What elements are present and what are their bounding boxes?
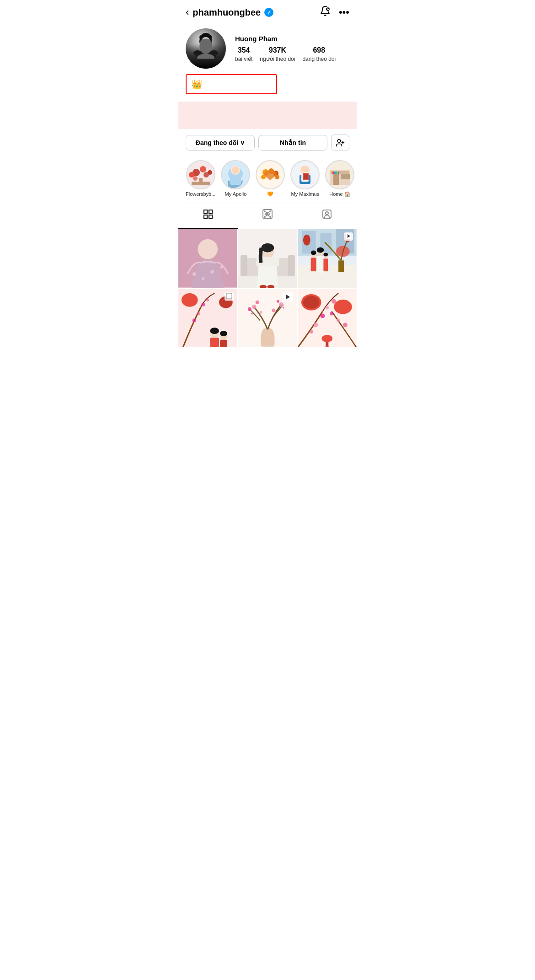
header-right: ••• xyxy=(320,5,349,19)
highlight-circle-home xyxy=(325,160,354,189)
svg-point-137 xyxy=(330,312,334,315)
svg-rect-21 xyxy=(199,178,203,183)
svg-point-125 xyxy=(272,308,275,312)
posts-count: 354 xyxy=(235,46,252,54)
grid-cell-1[interactable] xyxy=(178,229,237,288)
svg-point-120 xyxy=(247,307,251,311)
bio-highlight-box: 👑 xyxy=(186,74,277,94)
svg-point-107 xyxy=(206,298,209,301)
svg-point-106 xyxy=(193,318,196,322)
bio-section: 👑 xyxy=(178,74,357,102)
svg-rect-111 xyxy=(220,340,227,348)
svg-rect-44 xyxy=(341,174,350,179)
video-indicator-3 xyxy=(344,232,353,241)
add-friend-button[interactable] xyxy=(331,135,349,151)
tab-grid[interactable] xyxy=(178,203,238,229)
svg-point-97 xyxy=(317,248,324,253)
header-left: ‹ phamhuongbee ✓ xyxy=(186,6,273,18)
highlight-home[interactable]: Home 🏠 xyxy=(325,160,354,197)
highlight-circle-flowers xyxy=(186,160,215,189)
svg-point-104 xyxy=(201,302,205,306)
verified-badge: ✓ xyxy=(264,8,273,17)
svg-rect-49 xyxy=(338,172,339,174)
svg-rect-40 xyxy=(304,174,308,179)
display-name: Huong Pham xyxy=(235,35,349,43)
action-buttons: Đang theo dõi ∨ Nhắn tin xyxy=(178,129,357,156)
video-indicator-4-square xyxy=(225,292,234,301)
svg-point-12 xyxy=(337,140,341,143)
highlight-circle-apollo xyxy=(221,160,250,189)
svg-point-139 xyxy=(343,323,348,327)
svg-point-10 xyxy=(201,37,210,47)
svg-point-133 xyxy=(310,330,313,334)
svg-point-134 xyxy=(321,313,325,318)
following-count: 698 xyxy=(302,46,336,54)
stats-row: 354 bài viết 937K người theo dõi 698 đan… xyxy=(235,46,349,63)
grid-cell-3[interactable] xyxy=(298,229,357,288)
svg-rect-90 xyxy=(338,260,344,272)
followers-label: người theo dõi xyxy=(260,56,295,62)
highlight-heart[interactable]: 🧡 xyxy=(256,160,285,197)
tabs-bar xyxy=(178,203,357,229)
svg-point-65 xyxy=(193,272,196,276)
svg-point-64 xyxy=(198,239,218,259)
grid-cell-4[interactable] xyxy=(178,289,237,348)
grid-cell-6[interactable] xyxy=(298,289,357,348)
svg-point-113 xyxy=(220,331,227,336)
svg-point-105 xyxy=(198,312,200,315)
svg-point-136 xyxy=(332,299,337,303)
highlight-label-flowers: Flowersbyb... xyxy=(186,191,215,197)
svg-point-99 xyxy=(324,253,328,256)
video-indicator-5 xyxy=(282,292,293,302)
posts-stat[interactable]: 354 bài viết xyxy=(235,46,252,63)
svg-rect-100 xyxy=(226,293,232,299)
svg-rect-50 xyxy=(204,210,207,213)
svg-point-123 xyxy=(277,300,279,302)
profile-stats: Huong Pham 354 bài viết 937K người theo … xyxy=(235,35,349,63)
back-button[interactable]: ‹ xyxy=(186,6,189,18)
crown-emoji-icon: 👑 xyxy=(191,79,203,90)
svg-point-22 xyxy=(189,172,194,178)
svg-point-131 xyxy=(334,299,353,314)
highlight-apollo[interactable]: My Apollo xyxy=(221,160,250,197)
svg-rect-72 xyxy=(288,255,295,277)
svg-point-23 xyxy=(208,170,212,175)
svg-rect-92 xyxy=(317,256,324,274)
highlight-circle-maximus xyxy=(290,160,320,189)
highlight-label-apollo: My Apollo xyxy=(225,191,247,197)
following-label: đang theo dõi xyxy=(302,56,336,62)
reels-icon xyxy=(262,209,273,222)
svg-point-112 xyxy=(210,328,219,334)
message-button[interactable]: Nhắn tin xyxy=(258,135,327,151)
username-label: phamhuongbee xyxy=(193,7,261,18)
svg-marker-60 xyxy=(267,213,268,215)
following-label: Đang theo dõi xyxy=(196,139,238,146)
following-stat[interactable]: 698 đang theo dõi xyxy=(302,46,336,63)
tab-tagged[interactable] xyxy=(297,203,357,229)
svg-point-130 xyxy=(303,296,320,309)
grid-cell-2[interactable] xyxy=(238,229,297,288)
svg-rect-109 xyxy=(210,338,219,348)
highlight-maximus[interactable]: My Maximus xyxy=(290,160,320,197)
svg-rect-48 xyxy=(336,172,337,174)
tab-reels[interactable] xyxy=(238,203,297,229)
highlights-section: Flowersbyb... My Apollo xyxy=(178,156,357,203)
more-options-icon[interactable]: ••• xyxy=(339,6,349,18)
svg-point-140 xyxy=(322,335,333,342)
notification-bell-icon[interactable] xyxy=(320,5,331,19)
svg-point-68 xyxy=(210,270,214,274)
svg-point-9 xyxy=(201,33,210,38)
highlight-label-maximus: My Maximus xyxy=(291,191,320,197)
highlight-label-heart: 🧡 xyxy=(267,191,273,197)
svg-point-57 xyxy=(270,211,271,212)
svg-point-118 xyxy=(251,304,256,309)
svg-rect-43 xyxy=(333,174,339,185)
svg-point-56 xyxy=(264,211,265,212)
followers-stat[interactable]: 937K người theo dõi xyxy=(260,46,295,63)
following-button[interactable]: Đang theo dõi ∨ xyxy=(186,135,255,151)
followers-count: 937K xyxy=(260,46,295,54)
highlight-flowersbyb[interactable]: Flowersbyb... xyxy=(186,160,215,197)
svg-point-66 xyxy=(220,266,223,269)
grid-cell-5[interactable] xyxy=(238,289,297,348)
svg-rect-94 xyxy=(311,258,316,271)
